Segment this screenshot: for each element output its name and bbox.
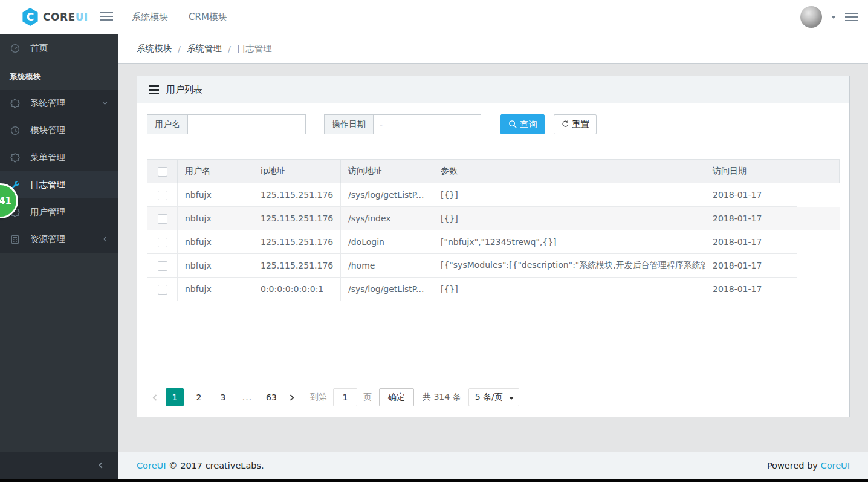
select-all-checkbox[interactable] <box>158 167 167 177</box>
row-checkbox[interactable] <box>158 261 167 271</box>
pagination-bar: 123...63 到第 页 确定 共 314 条 5 条/页 <box>147 380 840 406</box>
footer-coreui-link[interactable]: CoreUI <box>137 461 166 471</box>
username-cell: nbfujx <box>178 254 253 278</box>
speedometer-icon <box>10 42 22 54</box>
sidebar-item-label: 模块管理 <box>30 125 109 136</box>
card-header: 用户列表 <box>137 76 849 103</box>
select-all-header-cell <box>147 160 178 183</box>
search-button[interactable]: 查询 <box>500 114 545 134</box>
bottom-strip <box>0 479 868 482</box>
params-cell: [{"sysModules":[{"description":"系统模块,开发后… <box>433 254 705 278</box>
row-checkbox[interactable] <box>158 191 167 200</box>
goto-page-input[interactable] <box>333 388 357 406</box>
row-spacer-cell <box>797 207 840 230</box>
table-row: nbfujx0:0:0:0:0:0:0:1/sys/log/getListP..… <box>147 278 840 301</box>
nav-link-system-module[interactable]: 系统模块 <box>132 11 168 23</box>
footer-powered-coreui-link[interactable]: CoreUI <box>821 461 850 471</box>
chevron-down-icon <box>102 100 109 106</box>
column-header: 访问地址 <box>341 160 433 183</box>
search-icon <box>508 119 518 129</box>
row-checkbox[interactable] <box>158 285 167 295</box>
page-number-3[interactable]: 3 <box>214 388 232 406</box>
footer-powered-by: Powered by CoreUI <box>767 461 850 471</box>
page-number-63[interactable]: 63 <box>262 388 280 406</box>
column-header: ip地址 <box>253 160 341 183</box>
log-table-container: 用户名ip地址访问地址参数访问日期 nbfujx125.115.251.176/… <box>147 159 840 380</box>
brand-logo[interactable]: C COREUI <box>22 0 88 34</box>
card-body: 用户名 操作日期 查询 重置 <box>137 103 849 417</box>
chevron-left-icon <box>96 461 105 470</box>
sidebar-item-menu-management[interactable]: 菜单管理 <box>0 144 118 171</box>
username-cell: nbfujx <box>178 207 253 230</box>
breadcrumb-item-log-management: 日志管理 <box>237 43 272 54</box>
column-header: 访问日期 <box>705 160 797 183</box>
filter-bar: 用户名 操作日期 查询 重置 <box>147 114 840 134</box>
footer: CoreUI © 2017 creativeLabs. Powered by C… <box>118 452 868 479</box>
sidebar-item-label: 菜单管理 <box>30 152 109 163</box>
sidebar-toggle-icon[interactable] <box>100 12 113 21</box>
column-header-spacer <box>797 160 840 183</box>
row-spacer-cell <box>797 278 840 301</box>
row-checkbox-cell <box>147 207 178 230</box>
navbar-menu: 系统模块 CRM模块 <box>132 0 227 34</box>
page-unit-label: 页 <box>363 392 372 403</box>
brand-text: COREUI <box>43 11 88 23</box>
page-numbers: 123...63 <box>163 388 283 406</box>
clock-icon <box>10 125 22 137</box>
row-checkbox-cell <box>147 254 178 278</box>
chevron-down-icon[interactable] <box>831 16 836 19</box>
sidebar-item-system-management[interactable]: 系统管理 <box>0 90 118 117</box>
date-range-input[interactable] <box>374 114 481 134</box>
refresh-icon <box>561 120 570 129</box>
confirm-button[interactable]: 确定 <box>379 388 414 406</box>
sidebar-minimizer[interactable] <box>0 452 118 479</box>
sidebar-nav: 系统管理模块管理菜单管理日志管理用户管理资源管理 <box>0 90 118 253</box>
sidebar-item-home[interactable]: 首页 <box>0 34 118 62</box>
table-row: nbfujx125.115.251.176/doLogin["nbfujx","… <box>147 230 840 254</box>
page-number-2[interactable]: 2 <box>190 388 208 406</box>
reset-button[interactable]: 重置 <box>554 114 597 134</box>
calculator-icon <box>10 233 22 246</box>
page-number-1[interactable]: 1 <box>166 388 184 406</box>
log-table: 用户名ip地址访问地址参数访问日期 nbfujx125.115.251.176/… <box>147 159 840 301</box>
username-cell: nbfujx <box>178 183 253 207</box>
aside-toggle-icon[interactable] <box>845 13 858 21</box>
breadcrumb-item-system-management[interactable]: 系统管理 <box>187 43 222 54</box>
sidebar-item-log-management[interactable]: 日志管理 <box>0 171 118 198</box>
sidebar-section-title: 系统模块 <box>0 62 118 90</box>
username-input[interactable] <box>188 114 306 134</box>
sidebar-item-resource-management[interactable]: 资源管理 <box>0 226 118 253</box>
params-cell: [{}] <box>433 278 705 301</box>
column-header: 用户名 <box>178 160 253 183</box>
date-cell: 2018-01-17 <box>705 207 797 230</box>
date-cell: 2018-01-17 <box>705 183 797 207</box>
ip-cell: 0:0:0:0:0:0:0:1 <box>253 278 341 301</box>
username-label: 用户名 <box>147 114 188 134</box>
params-cell: ["nbfujx","12345trewq",{}] <box>433 230 705 254</box>
footer-copyright: © 2017 creativeLabs. <box>169 461 264 471</box>
url-cell: /sys/index <box>341 207 433 230</box>
avatar[interactable] <box>800 6 822 28</box>
nav-link-crm-module[interactable]: CRM模块 <box>189 11 227 23</box>
ip-cell: 125.115.251.176 <box>253 183 341 207</box>
puzzle-icon <box>10 97 22 109</box>
ip-cell: 125.115.251.176 <box>253 254 341 278</box>
row-spacer-cell <box>797 254 840 278</box>
row-checkbox[interactable] <box>158 214 167 224</box>
row-spacer-cell <box>797 183 840 207</box>
per-page-select[interactable]: 5 条/页 <box>468 388 519 406</box>
navbar-right <box>800 0 858 34</box>
breadcrumb-item-system-module[interactable]: 系统模块 <box>137 43 172 54</box>
row-checkbox[interactable] <box>158 238 167 247</box>
total-count: 共 314 条 <box>423 392 461 403</box>
sidebar-item-module-management[interactable]: 模块管理 <box>0 117 118 144</box>
next-page-icon[interactable] <box>283 388 299 406</box>
column-header: 参数 <box>433 160 705 183</box>
coreui-logo-icon: C <box>22 8 39 26</box>
prev-page-icon[interactable] <box>147 388 163 406</box>
username-cell: nbfujx <box>178 230 253 254</box>
puzzle-icon <box>10 152 22 164</box>
date-cell: 2018-01-17 <box>705 278 797 301</box>
table-row: nbfujx125.115.251.176/home[{"sysModules"… <box>147 254 840 278</box>
sidebar: 首页 系统模块 系统管理模块管理菜单管理日志管理用户管理资源管理 <box>0 34 118 479</box>
